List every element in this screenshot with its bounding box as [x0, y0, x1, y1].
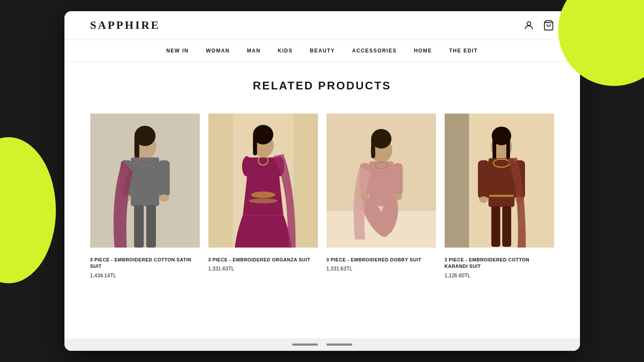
svg-rect-10 [158, 160, 169, 197]
svg-point-22 [251, 192, 275, 198]
products-grid: 3 PIECE - EMBROIDERED COTTON SATIN SUIT … [90, 110, 554, 279]
svg-rect-53 [502, 206, 511, 247]
site-header: SAPPHIRE [64, 11, 580, 40]
product-price-3: 1,331.63TL [327, 266, 436, 272]
account-icon[interactable] [523, 20, 534, 31]
product-card-4[interactable]: 3 PIECE - EMBROIDERED COTTON KARANDI SUI… [445, 110, 554, 279]
main-nav: NEW IN WOMAN MAN KIDS BEAUTY ACCESSORIES… [64, 40, 580, 62]
browser-frame: SAPPHIRE [64, 11, 580, 351]
svg-rect-7 [131, 157, 159, 206]
product-price-4: 1,126.60TL [445, 273, 554, 279]
brand-logo[interactable]: SAPPHIRE [90, 19, 160, 32]
product-card-2[interactable]: 3 PIECE - EMBROIDERED ORGANZA SUIT 1,331… [208, 110, 318, 279]
product-card-1[interactable]: 3 PIECE - EMBROIDERED COTTON SATIN SUIT … [90, 110, 200, 279]
svg-rect-13 [134, 205, 144, 248]
nav-item-home[interactable]: HOME [414, 48, 432, 54]
nav-item-woman[interactable]: WOMAN [206, 48, 230, 54]
product-image-1 [90, 110, 200, 252]
svg-point-50 [479, 196, 488, 203]
nav-item-the-edit[interactable]: THE EDIT [449, 48, 478, 54]
svg-point-12 [159, 194, 169, 202]
decorative-circle-left [0, 137, 56, 283]
svg-rect-14 [146, 205, 156, 248]
svg-point-37 [360, 193, 369, 200]
product-price-2: 1,331.63TL [208, 266, 318, 272]
svg-rect-17 [293, 114, 318, 248]
cart-icon[interactable] [543, 20, 554, 31]
product-name-2: 3 PIECE - EMBROIDERED ORGANZA SUIT [208, 257, 318, 263]
svg-rect-30 [371, 138, 375, 158]
svg-rect-16 [208, 114, 233, 248]
product-image-2 [208, 110, 318, 252]
product-image-4 [445, 110, 554, 252]
section-title: RELATED PRODUCTS [90, 79, 554, 92]
nav-item-beauty[interactable]: BEAUTY [310, 48, 335, 54]
main-content: RELATED PRODUCTS [64, 62, 580, 291]
svg-rect-52 [491, 206, 500, 247]
svg-point-23 [249, 199, 277, 203]
website-content: SAPPHIRE [64, 11, 580, 351]
scroll-indicator-right[interactable] [327, 344, 352, 346]
svg-rect-47 [489, 195, 513, 197]
svg-rect-6 [134, 134, 139, 158]
nav-item-new-in[interactable]: NEW IN [166, 48, 189, 54]
svg-point-24 [242, 156, 252, 176]
scroll-indicator-left[interactable] [292, 344, 318, 346]
svg-point-0 [527, 21, 531, 25]
product-name-1: 3 PIECE - EMBROIDERED COTTON SATIN SUIT [90, 257, 200, 270]
bottom-bar [64, 338, 580, 351]
svg-rect-40 [445, 114, 469, 248]
product-name-3: 3 PIECE - EMBROIDERED DOBBY SUIT [327, 257, 436, 263]
product-price-1: 1,434.14TL [90, 273, 200, 279]
product-image-3 [327, 110, 436, 252]
product-card-3[interactable]: 3 PIECE - EMBROIDERED DOBBY SUIT 1,331.6… [327, 110, 436, 279]
header-icons [523, 20, 554, 31]
svg-point-38 [394, 193, 402, 200]
nav-item-kids[interactable]: KIDS [278, 48, 293, 54]
svg-rect-48 [478, 160, 489, 199]
svg-rect-20 [253, 133, 256, 156]
nav-item-man[interactable]: MAN [247, 48, 261, 54]
nav-item-accessories[interactable]: ACCESSORIES [352, 48, 397, 54]
product-name-4: 3 PIECE - EMBROIDERED COTTON KARANDI SUI… [445, 257, 554, 270]
svg-rect-34 [392, 163, 403, 196]
